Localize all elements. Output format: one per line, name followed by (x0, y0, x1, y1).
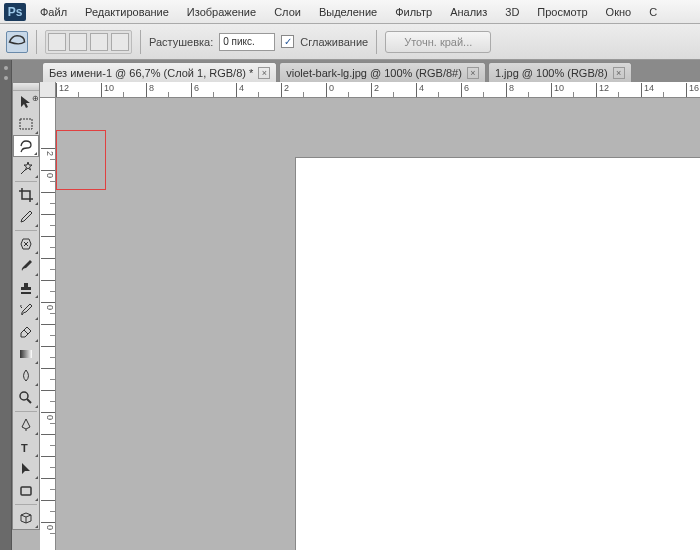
menu-bar: Ps Файл Редактирование Изображение Слои … (0, 0, 700, 24)
type-tool[interactable]: T (13, 436, 39, 458)
toolbox: ⊕ T (12, 82, 40, 530)
close-icon[interactable]: × (467, 67, 479, 79)
3d-tool[interactable] (13, 507, 39, 529)
antialias-checkbox[interactable]: ✓ (281, 35, 294, 48)
brush-tool[interactable] (13, 255, 39, 277)
menu-window[interactable]: Окно (598, 3, 640, 21)
feather-input[interactable] (219, 33, 275, 51)
marquee-tool[interactable] (13, 113, 39, 135)
menu-filter[interactable]: Фильтр (387, 3, 440, 21)
document-canvas[interactable] (296, 158, 700, 550)
options-bar: Растушевка: ✓ Сглаживание Уточн. край... (0, 24, 700, 60)
eyedropper-tool[interactable] (13, 206, 39, 228)
antialias-label: Сглаживание (300, 36, 368, 48)
close-icon[interactable]: × (258, 67, 270, 79)
selection-intersect-button[interactable] (111, 33, 129, 51)
menu-image[interactable]: Изображение (179, 3, 264, 21)
document-tab-3[interactable]: 1.jpg @ 100% (RGB/8)× (488, 62, 632, 82)
pen-tool[interactable] (13, 414, 39, 436)
menu-select[interactable]: Выделение (311, 3, 385, 21)
app-logo: Ps (4, 3, 26, 21)
gradient-tool[interactable] (13, 343, 39, 365)
separator (140, 30, 141, 54)
menu-view[interactable]: Просмотр (529, 3, 595, 21)
wand-tool[interactable] (13, 157, 39, 179)
toolbox-header[interactable] (13, 83, 39, 91)
menu-edit[interactable]: Редактирование (77, 3, 177, 21)
tab-label: 1.jpg @ 100% (RGB/8) (495, 67, 608, 79)
tool-preset-icon[interactable] (6, 31, 28, 53)
canvas-area[interactable] (56, 98, 700, 550)
ruler-horizontal[interactable]: 121086420246810121416 (56, 82, 700, 98)
svg-rect-1 (20, 350, 32, 358)
move-tool[interactable]: ⊕ (13, 91, 39, 113)
menu-analysis[interactable]: Анализ (442, 3, 495, 21)
stamp-tool[interactable] (13, 277, 39, 299)
svg-text:T: T (21, 442, 28, 454)
document-tab-2[interactable]: violet-bark-lg.jpg @ 100% (RGB/8#)× (279, 62, 486, 82)
lasso-tool[interactable] (13, 135, 39, 157)
menu-help[interactable]: C (641, 3, 665, 21)
shape-tool[interactable] (13, 480, 39, 502)
selection-add-button[interactable] (69, 33, 87, 51)
menu-file[interactable]: Файл (32, 3, 75, 21)
ruler-vertical[interactable]: 20000 (40, 98, 56, 550)
heal-tool[interactable] (13, 233, 39, 255)
document-tab-1[interactable]: Без имени-1 @ 66,7% (Слой 1, RGB/8) *× (42, 62, 277, 82)
highlight-box (56, 130, 106, 190)
crop-tool[interactable] (13, 184, 39, 206)
tab-label: Без имени-1 @ 66,7% (Слой 1, RGB/8) * (49, 67, 253, 79)
flower-image (666, 338, 700, 550)
document-tab-bar: Без имени-1 @ 66,7% (Слой 1, RGB/8) *× v… (0, 60, 700, 82)
eraser-tool[interactable] (13, 321, 39, 343)
close-icon[interactable]: × (613, 67, 625, 79)
selection-mode-group (45, 30, 132, 54)
refine-edge-button[interactable]: Уточн. край... (385, 31, 491, 53)
path-select-tool[interactable] (13, 458, 39, 480)
selection-subtract-button[interactable] (90, 33, 108, 51)
separator (376, 30, 377, 54)
svg-point-2 (20, 392, 28, 400)
tab-label: violet-bark-lg.jpg @ 100% (RGB/8#) (286, 67, 462, 79)
separator (36, 30, 37, 54)
feather-label: Растушевка: (149, 36, 213, 48)
history-brush-tool[interactable] (13, 299, 39, 321)
ruler-corner[interactable] (40, 82, 56, 98)
panel-dock-edge[interactable] (0, 60, 12, 550)
blur-tool[interactable] (13, 365, 39, 387)
workspace: 121086420246810121416 20000 (40, 82, 700, 550)
menu-layers[interactable]: Слои (266, 3, 309, 21)
dodge-tool[interactable] (13, 387, 39, 409)
menu-3d[interactable]: 3D (497, 3, 527, 21)
selection-new-button[interactable] (48, 33, 66, 51)
svg-rect-4 (21, 487, 31, 495)
svg-rect-0 (20, 119, 32, 129)
